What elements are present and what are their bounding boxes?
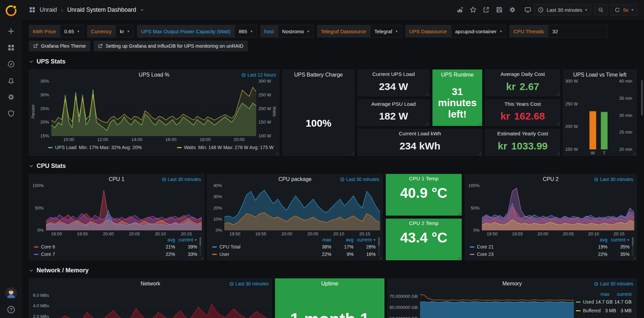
panel-title[interactable]: Current Load kWh (358, 129, 482, 138)
chevron-down-icon[interactable] (140, 8, 144, 12)
panel-title[interactable]: Average PSU Load (358, 100, 429, 108)
link-label: Grafana Plex Theme (41, 43, 86, 49)
variable-kwh-price[interactable]: kWh Price 0.65▾ (29, 25, 84, 38)
series-value: 33% (175, 252, 197, 257)
axis-tick-label: 4.0 MBs (33, 303, 49, 308)
series-value: 3 MB (616, 308, 632, 313)
series-value: 22% (585, 252, 607, 257)
variable-value-dropdown[interactable]: 0.65▾ (60, 25, 84, 38)
settings-gear-icon[interactable] (509, 6, 516, 13)
legend-column[interactable]: avg (331, 237, 354, 242)
legend-scrollbar[interactable] (199, 237, 201, 257)
apps-grid-icon[interactable] (29, 6, 36, 13)
panel-title[interactable]: Estimated Yearly Cost (486, 129, 560, 138)
cycle-view-monitor-icon[interactable] (524, 6, 531, 13)
section-header-ups-stats[interactable]: UPS Stats (29, 56, 637, 67)
legend-column[interactable]: avg (585, 237, 607, 242)
section-header-cpu-stats[interactable]: CPU Stats (29, 161, 637, 171)
legend-item[interactable]: Watts Min: 148 W Max: 278 W Avg: 175 W (177, 145, 274, 150)
cost-cluster: Average Daily Cost kr2.67 This Years Cos… (485, 70, 560, 156)
page-scrollbar[interactable] (641, 80, 643, 116)
explore-compass-icon[interactable] (7, 60, 15, 68)
legend-column[interactable]: current (609, 291, 632, 297)
panel-title[interactable]: Uptime (275, 279, 384, 289)
legend-item[interactable]: UPS Load Min: 17% Max: 32% Avg: 20% (48, 145, 142, 150)
alerting-bell-icon[interactable] (7, 77, 15, 84)
panel-title[interactable]: Average Daily Cost (486, 70, 560, 79)
series-name[interactable]: Core 23 (477, 252, 585, 257)
variable-value-dropdown[interactable]: apcupsd-container▾ (451, 25, 506, 38)
variable-currency[interactable]: Currency kr▾ (87, 25, 134, 38)
series-value: 9% (331, 252, 354, 257)
share-icon[interactable] (483, 6, 490, 13)
legend-column[interactable]: avg (153, 237, 175, 242)
grafana-logo[interactable] (4, 4, 18, 17)
cpu-package-chart[interactable] (224, 186, 380, 230)
series-name[interactable]: CPU Total (219, 244, 309, 249)
series-name[interactable]: Core 7 (41, 252, 153, 257)
add-panel-icon[interactable] (457, 6, 463, 13)
save-icon[interactable] (496, 6, 503, 13)
legend-column[interactable]: max (309, 237, 331, 242)
clock-icon (594, 177, 598, 182)
panel-ups-load-vs-time-left: UPS Load vs Time left 150 W200 W250 W300… (563, 70, 637, 156)
series-name[interactable]: Used (583, 299, 594, 305)
network-chart[interactable] (51, 290, 270, 318)
variable-value-dropdown[interactable]: Telegraf▾ (370, 25, 402, 38)
legend-scrollbar[interactable] (378, 237, 380, 257)
panel-title[interactable]: UPS Runtime (433, 70, 482, 80)
legend-scrollbar[interactable] (632, 237, 634, 257)
legend-column-sort[interactable]: current (607, 237, 630, 242)
ups-load-chart[interactable] (51, 81, 256, 136)
variable-value-dropdown[interactable]: 865▾ (234, 25, 257, 38)
series-name[interactable]: Buffered (583, 308, 601, 313)
variable-value-input[interactable]: 32 (548, 25, 608, 38)
series-name[interactable]: Core 21 (477, 244, 585, 249)
panel-title[interactable]: UPS Battery Charge (283, 70, 354, 80)
memory-chart[interactable] (420, 290, 574, 318)
variable-value-dropdown[interactable]: Nostromo▾ (278, 25, 314, 38)
variable-host[interactable]: host Nostromo▾ (260, 25, 314, 38)
series-value: 14.7 GB (613, 299, 632, 305)
help-icon[interactable]: ? (7, 306, 15, 313)
breadcrumb: Unraid › Unraid System Dashboard (29, 6, 144, 14)
link-ups-monitoring-guide[interactable]: Setting up Grafana and InfluxDB for UPS … (94, 41, 248, 51)
variable-label: Currency (87, 25, 116, 38)
variable-telegraf-datasource[interactable]: Telegraf Datasource Telegraf▾ (317, 25, 402, 38)
load-vs-time-bar-chart[interactable] (580, 81, 617, 149)
refresh-button[interactable]: 5s ▾ (610, 4, 637, 15)
axis-tick-label: 60.000000 GB (389, 305, 418, 310)
star-icon[interactable] (470, 6, 476, 13)
legend-column[interactable]: max (587, 291, 609, 297)
breadcrumb-app[interactable]: Unraid (40, 6, 57, 13)
dashboards-icon[interactable] (7, 44, 15, 51)
configuration-gear-icon[interactable] (7, 93, 15, 101)
section-header-network-memory[interactable]: Network / Memory (29, 265, 637, 276)
variable-ups-max-output[interactable]: UPS Max Output Power Capacity (Watt) 865… (137, 25, 257, 38)
time-override-badge: Last 30 minutes (229, 279, 269, 289)
cpu1-chart[interactable] (46, 186, 202, 230)
legend-column-sort[interactable]: current (175, 237, 197, 242)
x-axis-labels: 10:0012:0014:0016:0018:0020:00 (51, 136, 256, 142)
time-range-picker[interactable]: Last 30 minutes ▾ (534, 4, 591, 15)
panel-title[interactable]: Current UPS Load (358, 70, 429, 79)
series-name[interactable]: User (219, 252, 309, 257)
cpu2-chart[interactable] (482, 186, 634, 230)
panel-title[interactable]: This Years Cost (486, 100, 560, 108)
user-avatar[interactable] (5, 287, 17, 299)
refresh-interval-label: 5s (623, 7, 629, 13)
link-grafana-plex-theme[interactable]: Grafana Plex Theme (29, 41, 90, 51)
variable-ups-datasource[interactable]: UPS Datasource apcupsd-container▾ (405, 25, 506, 38)
create-plus-icon[interactable] (7, 28, 15, 35)
variable-cpu-threads[interactable]: CPU Threads 32 (509, 25, 608, 38)
series-name[interactable]: Core 6 (41, 244, 153, 249)
dashboard-title[interactable]: Unraid System Dashboard (67, 6, 136, 13)
navbar-actions: Last 30 minutes ▾ 5s ▾ (457, 4, 637, 15)
variable-value-dropdown[interactable]: kr▾ (116, 25, 134, 38)
panel-title[interactable]: CPU 1 Temp (386, 174, 461, 183)
zoom-out-button[interactable] (594, 4, 608, 15)
legend-column-sort[interactable]: current (354, 237, 376, 242)
admin-shield-icon[interactable] (7, 110, 15, 117)
line-chart-svg (46, 186, 202, 230)
panel-title[interactable]: CPU 2 Temp (386, 219, 461, 228)
